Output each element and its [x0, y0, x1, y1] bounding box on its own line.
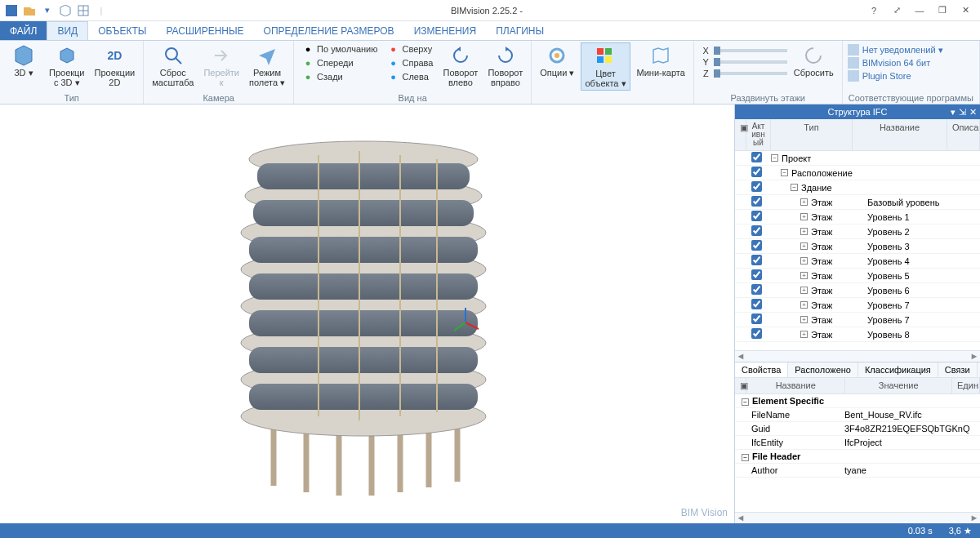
tree-expander-icon[interactable]: +: [800, 316, 808, 323]
tree-expander-icon[interactable]: +: [800, 228, 808, 235]
tree-expander-icon[interactable]: −: [771, 154, 778, 162]
tree-row[interactable]: +ЭтажУровень 8: [735, 327, 980, 342]
btn-flight-mode[interactable]: Режим полета ▾: [246, 42, 288, 89]
qat-dropdown-icon[interactable]: ▾: [41, 4, 54, 17]
btn-projections-3d[interactable]: Проекци с 3D ▾: [46, 42, 88, 89]
tree-row-checkbox[interactable]: [751, 255, 762, 265]
tree-header-icon[interactable]: ▣: [735, 119, 746, 150]
prop-row[interactable]: IfcEntityIfcProject: [735, 436, 980, 450]
btn-reset-zoom[interactable]: Сброс масштаба: [149, 42, 197, 89]
tree-expander-icon[interactable]: +: [800, 272, 808, 279]
tree-hscroll[interactable]: ◄►: [735, 350, 980, 362]
tree-col-desc[interactable]: Описа: [947, 119, 980, 150]
prop-row[interactable]: −File Header: [735, 450, 980, 464]
tree-row-checkbox[interactable]: [751, 211, 762, 221]
tree-row-checkbox[interactable]: [751, 299, 762, 309]
btn-view-right[interactable]: ●Справа: [384, 56, 436, 69]
restore-button[interactable]: ❐: [934, 2, 951, 19]
tree-expander-icon[interactable]: −: [781, 169, 788, 176]
prop-tab-location[interactable]: Расположено: [788, 362, 858, 377]
panel-pin-icon[interactable]: ⇲: [959, 107, 966, 118]
tree-row[interactable]: −Проект: [735, 151, 980, 166]
tree-row[interactable]: +ЭтажУровень 5: [735, 269, 980, 283]
btn-view-front[interactable]: ●Спереди: [299, 56, 381, 69]
tree-row-checkbox[interactable]: [751, 240, 762, 251]
tab-view[interactable]: ВИД: [47, 21, 88, 40]
panel-dropdown-icon[interactable]: ▾: [951, 107, 956, 118]
tree-row[interactable]: +ЭтажБазовый уровень: [735, 195, 980, 210]
btn-view-default[interactable]: ●По умолчанию: [299, 42, 381, 56]
slider-y[interactable]: [714, 60, 787, 64]
tree-row-checkbox[interactable]: [751, 269, 762, 280]
btn-view-back[interactable]: ●Сзади: [299, 70, 381, 83]
tree-col-name[interactable]: Название: [853, 119, 947, 150]
btn-rotate-right[interactable]: Поворот вправо: [484, 42, 526, 89]
panel-close-icon[interactable]: ✕: [969, 107, 977, 118]
tree-expander-icon[interactable]: +: [800, 301, 808, 309]
tab-changes[interactable]: ИЗМЕНЕНИЯ: [404, 21, 487, 40]
prop-tab-classification[interactable]: Классификация: [858, 362, 938, 377]
prop-header-icon[interactable]: ▣: [735, 378, 746, 393]
tab-objects[interactable]: ОБЪЕКТЫ: [88, 21, 156, 40]
tree-expander-icon[interactable]: +: [800, 213, 808, 220]
tab-dimensions[interactable]: ОПРЕДЕЛЕНИЕ РАЗМЕРОВ: [254, 21, 404, 40]
tree-row-checkbox[interactable]: [751, 225, 762, 236]
tree-row[interactable]: −Расположение: [735, 166, 980, 180]
slider-x[interactable]: [714, 49, 787, 52]
tree-row[interactable]: +ЭтажУровень 6: [735, 283, 980, 298]
qat-cube-icon[interactable]: [59, 4, 72, 17]
prop-col-unit[interactable]: Един: [952, 378, 980, 393]
tree-expander-icon[interactable]: +: [800, 242, 808, 250]
tree-row-checkbox[interactable]: [751, 328, 762, 339]
tree-row[interactable]: +ЭтажУровень 4: [735, 254, 980, 269]
tree-row[interactable]: −Здание: [735, 180, 980, 195]
prop-col-value[interactable]: Значение: [845, 378, 952, 393]
link-notifications[interactable]: Нет уведомлений ▾: [848, 44, 943, 56]
prop-row[interactable]: Guid3F4o8ZR219EQEFSQbTGKnQ: [735, 422, 980, 436]
prop-tab-links[interactable]: Связи: [938, 362, 978, 377]
tree-expander-icon[interactable]: +: [800, 198, 808, 206]
prop-col-name[interactable]: Название: [746, 378, 845, 393]
link-bimvision64[interactable]: BIMvision 64 бит: [848, 57, 943, 69]
tree-row-checkbox[interactable]: [751, 181, 762, 192]
tree-row-checkbox[interactable]: [751, 284, 762, 295]
tree-expander-icon[interactable]: +: [800, 287, 808, 294]
prop-row[interactable]: Authortyane: [735, 464, 980, 478]
tree-row[interactable]: +ЭтажУровень 3: [735, 239, 980, 254]
btn-goto[interactable]: Перейти к: [200, 42, 243, 89]
prop-tab-properties[interactable]: Свойства: [735, 362, 788, 377]
fullscreen-button[interactable]: ⤢: [889, 2, 905, 19]
tree-col-type[interactable]: Тип: [771, 119, 853, 150]
close-button[interactable]: ✕: [957, 2, 973, 19]
tree-row[interactable]: +ЭтажУровень 7: [735, 298, 980, 313]
minimize-button[interactable]: —: [911, 2, 928, 19]
tree-row[interactable]: +ЭтажУровень 7: [735, 313, 980, 327]
tree-expander-icon[interactable]: +: [800, 331, 808, 338]
ifc-tree-body[interactable]: −Проект−Расположение−Здание+ЭтажБазовый …: [735, 151, 980, 350]
slider-z[interactable]: [714, 72, 787, 75]
tree-col-active[interactable]: Акт ивн ый: [746, 119, 771, 150]
open-icon[interactable]: [23, 4, 36, 17]
prop-hscroll[interactable]: ◄►: [735, 512, 980, 523]
btn-projections-2d[interactable]: 2D Проекции 2D: [91, 42, 139, 89]
link-plugin-store[interactable]: Plugin Store: [848, 70, 943, 82]
btn-rotate-left[interactable]: Поворот влево: [439, 42, 481, 89]
tree-expander-icon[interactable]: −: [791, 184, 798, 191]
tree-row-checkbox[interactable]: [751, 196, 762, 207]
tree-row-checkbox[interactable]: [751, 152, 762, 162]
tab-plugins[interactable]: ПЛАГИНЫ: [486, 21, 554, 40]
tree-row[interactable]: +ЭтажУровень 1: [735, 210, 980, 225]
qat-grid-icon[interactable]: [77, 4, 90, 17]
btn-explode-reset[interactable]: Сбросить: [791, 42, 837, 79]
btn-minimap[interactable]: Мини-карта: [634, 42, 688, 79]
tab-advanced[interactable]: РАСШИРЕННЫЕ: [156, 21, 253, 40]
btn-3d[interactable]: 3D ▾: [5, 42, 42, 79]
tab-file[interactable]: ФАЙЛ: [0, 21, 47, 40]
prop-body[interactable]: −Element SpecificFileNameBent_House_RV.i…: [735, 394, 980, 512]
prop-row[interactable]: −Element Specific: [735, 394, 980, 408]
tree-expander-icon[interactable]: +: [800, 257, 808, 265]
btn-options[interactable]: Опции ▾: [537, 42, 577, 79]
prop-row[interactable]: FileNameBent_House_RV.ifc: [735, 408, 980, 422]
btn-view-left[interactable]: ●Слева: [384, 70, 436, 83]
viewport-3d[interactable]: BIM Vision: [0, 104, 735, 523]
